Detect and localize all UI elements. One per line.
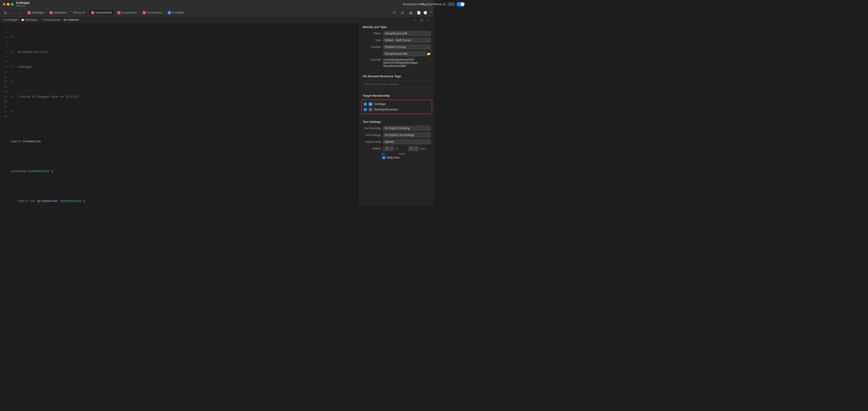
wrap-lines-checkbox[interactable]: ✓ [382,156,385,159]
breadcrumb-item-mywidget[interactable]: 📁 MyWidget [21,18,37,22]
target-exwidget-item: ✓ A ExWidget [364,101,430,107]
mywidgetext-checkbox[interactable]: ✓ [364,108,367,111]
tab-exwidget[interactable]: X ExWidget [165,10,186,15]
name-input[interactable] [383,31,431,36]
tab-groupshared[interactable]: S GroupShared [89,10,114,15]
location-select[interactable]: Relative to Group ⌄ [383,44,431,49]
xcode-icon: X [168,11,171,14]
exwidget-checkbox[interactable]: ✓ [364,103,367,106]
swift-icon: S [28,11,31,14]
path-link-icon[interactable]: ↗ [429,58,431,61]
running-status: Running ExWidget on iPhone 15 [403,2,434,6]
type-value: Default - Swift Source [385,39,411,42]
tab-label: ContentView [147,11,162,14]
code-line-12: static var groupShared: UserDefaults { [11,199,360,204]
indent-width-value: 4 [408,147,415,150]
tab-mywidget1[interactable]: S MyWidget [25,10,46,15]
breadcrumb-item-groupshared[interactable]: S GroupShared [41,18,60,22]
back-button[interactable]: ‹ [10,10,16,15]
checkmark-icon: ✓ [364,108,366,111]
code-editor[interactable]: 1 2 3 4 5 6 7 8 9 10 11 12 13 14 15 16 1… [0,23,360,205]
tab-mywidget2[interactable]: S MyWidget › 📱 iPhone 15 [47,10,88,15]
line-endings-label: Line Endings [363,133,381,137]
indent-using-row: Indent Using Spaces ⌄ [360,138,434,145]
project-hash: 86f9536 [16,4,30,7]
code-line-11 [11,184,360,189]
chevron-right-icon: › [67,11,68,14]
line-number: 10 [0,70,7,74]
breadcrumb-bar: ⊞ ExWidget › 📁 MyWidget › S GroupShared … [0,17,434,23]
text-encoding-select[interactable]: No Explicit Encoding ⌄ [383,126,431,131]
line-number: 18 [0,109,7,114]
target-mywidgetext-item: ✓ ⊞ MyWidgetExtension [364,107,430,112]
inspector-icons: 📄 🕐 ? [417,11,432,14]
tab-contentview1[interactable]: S ContentView [115,10,139,15]
chevron-down-icon: ⌄ [428,134,429,136]
main-content: 1 2 3 4 5 6 7 8 9 10 11 12 13 14 15 16 1… [0,23,434,205]
breadcrumb-item-exwidget[interactable]: ⊞ ExWidget [3,18,18,22]
full-path-label: Full Path [363,58,381,61]
stepper-up-button[interactable]: ▲ [415,146,418,148]
text-settings-title: Text Settings [360,118,434,125]
file-browse-icon[interactable]: 📂 [427,52,431,56]
fullscreen-button[interactable] [11,3,13,6]
code-line-4: // [11,79,360,84]
wrap-lines-row: ✓ Wrap lines [360,155,434,160]
help-icon[interactable]: ? [430,11,432,14]
nav-back-icon[interactable]: ‹ [412,17,418,23]
tab-contentview2[interactable]: S ContentView [141,10,164,15]
wrap-lines-label: Wrap lines [387,156,399,159]
line-number: 11 [0,74,7,79]
sidebar-toggle-button[interactable]: ⊞ [2,10,8,15]
indent-col-label: Indent [419,147,426,150]
title-bar: ExWidget 86f9536 Running ExWidget on iPh… [0,0,434,8]
line-number: 3 [0,35,7,40]
code-content[interactable]: // // GroupShared.swift // ExWidget // /… [9,23,360,205]
swift-icon: S [50,11,53,14]
tab-divider [114,11,115,14]
tab-width-stepper[interactable]: 4 ▲ ▼ [383,146,394,151]
line-number: 1 [0,25,7,30]
forward-button[interactable]: › [18,10,24,15]
location-file-input[interactable] [383,51,426,56]
toolbar: ⊞ ‹ › S MyWidget S MyWidget › 📱 iPhone 1… [0,8,434,17]
split-editor-button[interactable]: ⊟ [399,10,406,15]
separator [415,10,415,15]
warning-icon: ⚠ [420,18,423,22]
stepper-buttons: ▲ ▼ [415,146,418,151]
tab-divider [165,11,165,14]
toolbar-right: ⟳ ⊟ ▦ [391,10,414,15]
tags-placeholder: Only resources are taggable [363,81,431,88]
swift-icon: S [143,11,146,14]
name-label: Name [363,32,381,35]
code-line-1: // [11,35,360,40]
indent-using-select[interactable]: Spaces ⌄ [383,139,431,144]
stepper-up-button[interactable]: ▲ [391,146,394,148]
stepper-down-button[interactable]: ▼ [415,148,418,151]
minimap-button[interactable]: ▦ [408,10,414,15]
refresh-button[interactable]: ⟳ [391,10,398,15]
nav-forward-icon[interactable]: › [425,17,431,23]
line-number: 2 [0,30,7,35]
text-encoding-value: No Explicit Encoding [385,127,410,130]
widths-col-headers: Tab Indent [360,152,434,155]
type-select[interactable]: Default - Swift Source ⌄ [383,38,431,43]
tab-col-label: Tab [395,147,399,150]
close-button[interactable] [3,3,5,6]
line-number: 17 [0,104,7,109]
stepper-down-button[interactable]: ▼ [391,148,394,151]
type-row: Type Default - Swift Source ⌄ [360,37,434,43]
history-icon[interactable]: 🕐 [423,11,427,14]
line-endings-select[interactable]: No Explicit Line Endings ⌄ [383,133,431,138]
file-inspector-icon[interactable]: 📄 [417,11,421,14]
exwidget-icon: ⊞ [3,18,5,22]
right-panel: Identity and Type Name Type Default - Sw… [360,23,434,205]
swift-file-icon: S [41,18,43,22]
code-line-5: // Created by Dongwan Ryoo on 12/4/23. [11,94,360,99]
minimize-button[interactable] [7,3,9,6]
breadcrumb-item-noselection[interactable]: No Selection [64,18,79,22]
indent-width-stepper[interactable]: 4 ▲ ▼ [408,146,418,151]
location-row: Location Relative to Group ⌄ [360,43,434,50]
tab-label: MyWidget [32,11,44,14]
code-line-6: // [11,109,360,114]
